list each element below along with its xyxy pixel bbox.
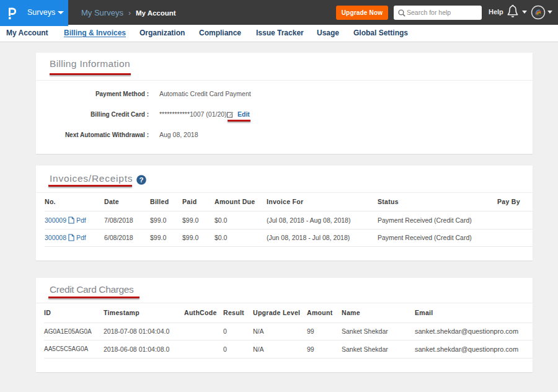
svg-text:?: ? — [139, 176, 143, 184]
